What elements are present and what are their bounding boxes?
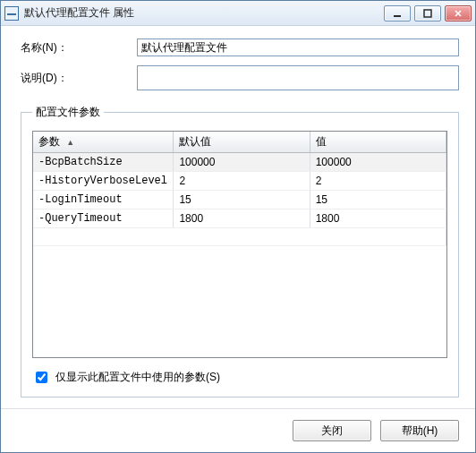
minimize-button[interactable] <box>384 5 411 21</box>
cell-default: 15 <box>174 191 310 209</box>
help-button[interactable]: 帮助(H) <box>380 420 459 441</box>
maximize-button[interactable] <box>414 5 441 21</box>
name-input[interactable] <box>137 38 459 56</box>
close-button[interactable] <box>445 5 472 21</box>
cell-param: -HistoryVerboseLevel <box>33 172 174 191</box>
table-row[interactable]: -LoginTimeout1515 <box>33 191 446 209</box>
close-dialog-button[interactable]: 关闭 <box>293 420 371 441</box>
description-label: 说明(D)： <box>21 71 137 86</box>
parameters-grid[interactable]: 参数 ▲ 默认值 值 -BcpBatchSize100000100000-His… <box>32 131 447 358</box>
description-row: 说明(D)： <box>21 65 459 90</box>
col-header-value[interactable]: 值 <box>310 132 446 153</box>
cell-default: 2 <box>174 172 310 191</box>
cell-value[interactable]: 1800 <box>310 209 446 228</box>
cell-value[interactable]: 2 <box>310 172 446 191</box>
window-frame: 默认代理配置文件 属性 名称(N)： 说明(D)： 配置文件参数 <box>0 0 476 453</box>
only-used-params-label: 仅显示此配置文件中使用的参数(S) <box>55 370 220 385</box>
cell-param: -BcpBatchSize <box>33 153 174 172</box>
parameters-group: 配置文件参数 参数 ▲ 默认值 <box>21 105 459 397</box>
table-row[interactable]: -BcpBatchSize100000100000 <box>33 153 446 172</box>
cell-param: -LoginTimeout <box>33 191 174 209</box>
sort-indicator-icon: ▲ <box>66 138 74 147</box>
col-header-default[interactable]: 默认值 <box>174 132 310 153</box>
table-row[interactable]: -QueryTimeout18001800 <box>33 209 446 228</box>
name-label: 名称(N)： <box>21 40 137 56</box>
cell-default: 100000 <box>174 153 310 172</box>
col-header-param-text: 参数 <box>38 135 60 148</box>
only-used-params-row[interactable]: 仅显示此配置文件中使用的参数(S) <box>32 369 447 386</box>
footer: 关闭 帮助(H) <box>1 408 475 452</box>
table-row[interactable]: -HistoryVerboseLevel22 <box>33 172 446 191</box>
cell-default: 1800 <box>174 209 310 228</box>
cell-param: -QueryTimeout <box>33 209 174 228</box>
cell-value[interactable]: 100000 <box>310 153 446 172</box>
col-header-param[interactable]: 参数 ▲ <box>33 132 174 153</box>
col-header-value-text: 值 <box>316 135 327 148</box>
grid-header-row: 参数 ▲ 默认值 值 <box>33 132 446 153</box>
svg-rect-0 <box>394 15 401 17</box>
name-row: 名称(N)： <box>21 38 459 56</box>
window-title: 默认代理配置文件 属性 <box>24 5 134 21</box>
description-input[interactable] <box>137 65 459 90</box>
cell-value[interactable]: 15 <box>310 191 446 209</box>
col-header-default-text: 默认值 <box>179 135 211 148</box>
only-used-params-checkbox[interactable] <box>36 372 47 383</box>
svg-rect-1 <box>424 10 431 17</box>
app-icon <box>4 6 19 21</box>
titlebar: 默认代理配置文件 属性 <box>1 1 475 26</box>
parameters-legend: 配置文件参数 <box>32 105 104 120</box>
client-area: 名称(N)： 说明(D)： 配置文件参数 参数 ▲ <box>1 26 475 408</box>
